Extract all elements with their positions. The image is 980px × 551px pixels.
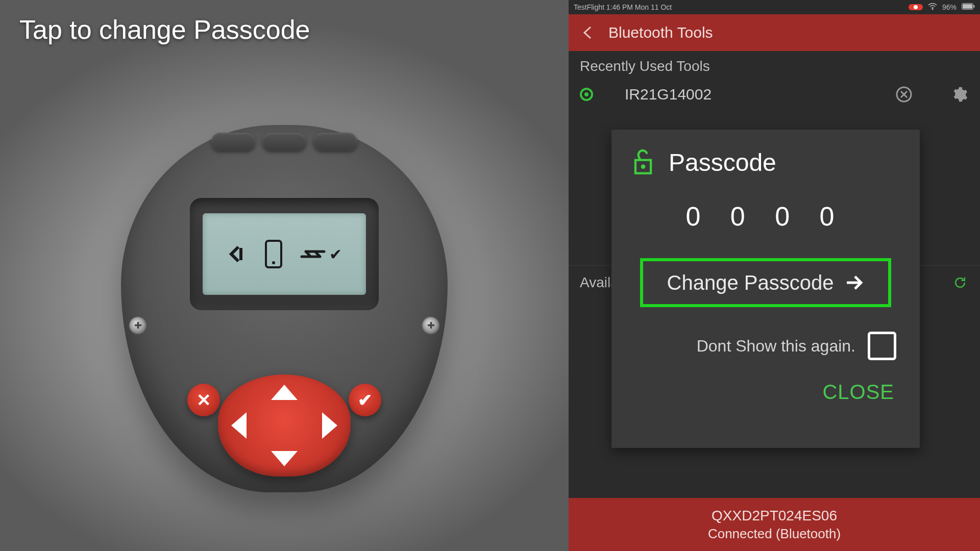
- device-photo: Tap to change Passcode ✔ ✕ ✔: [0, 0, 569, 551]
- back-button[interactable]: [579, 23, 597, 42]
- instruction-text: Tap to change Passcode: [19, 14, 310, 45]
- screen-record-pill[interactable]: [909, 4, 923, 10]
- change-passcode-label: Change Passcode: [667, 271, 834, 294]
- svg-point-6: [641, 164, 646, 169]
- lcd-sync-icon: ✔: [300, 245, 342, 263]
- nav-title: Bluetooth Tools: [608, 24, 713, 41]
- device-dpad: [218, 374, 351, 477]
- change-passcode-button[interactable]: Change Passcode: [640, 258, 891, 307]
- arrow-right-icon: [844, 272, 864, 293]
- passcode-title: Passcode: [669, 148, 776, 177]
- tool-device: ✔ ✕ ✔: [80, 99, 488, 518]
- nav-bar: Bluetooth Tools: [569, 14, 980, 51]
- close-button[interactable]: CLOSE: [630, 381, 901, 404]
- tool-remove-button[interactable]: [894, 85, 914, 104]
- device-cancel-button: ✕: [187, 384, 220, 416]
- connection-footer: QXXD2PT024ES06 Connected (Bluetooth): [569, 498, 980, 551]
- unlock-icon: [630, 148, 656, 177]
- refresh-button[interactable]: [951, 274, 969, 291]
- svg-rect-3: [963, 4, 972, 9]
- recent-tools-header: Recently Used Tools: [569, 51, 980, 80]
- footer-status: Connected (Bluetooth): [708, 526, 841, 542]
- dont-show-label: Dont Show this again.: [697, 337, 855, 356]
- passcode-value: 0 0 0 0: [630, 201, 901, 232]
- tool-name-label: IR21G14002: [604, 86, 883, 103]
- tool-row[interactable]: IR21G14002: [569, 80, 980, 112]
- dont-show-checkbox[interactable]: [868, 332, 896, 360]
- connection-status-icon: [580, 88, 593, 101]
- ios-status-bar: TestFlight 1:46 PM Mon 11 Oct 96%: [569, 0, 980, 14]
- lcd-phone-icon: [265, 240, 282, 268]
- wifi-icon: [928, 3, 937, 12]
- device-ok-button: ✔: [349, 384, 381, 416]
- footer-serial: QXXD2PT024ES06: [712, 508, 837, 524]
- passcode-modal: Passcode 0 0 0 0 Change Passcode Dont Sh…: [611, 130, 920, 448]
- svg-point-1: [932, 8, 934, 10]
- battery-icon: [962, 3, 975, 11]
- tool-settings-button[interactable]: [949, 85, 969, 104]
- battery-percent: 96%: [942, 3, 957, 11]
- device-lcd: ✔: [203, 213, 366, 295]
- svg-rect-0: [239, 248, 242, 260]
- status-left-text: TestFlight 1:46 PM Mon 11 Oct: [574, 3, 672, 11]
- svg-rect-4: [974, 5, 975, 8]
- lcd-check-icon: ✔: [329, 245, 342, 263]
- lcd-back-icon: [227, 244, 248, 264]
